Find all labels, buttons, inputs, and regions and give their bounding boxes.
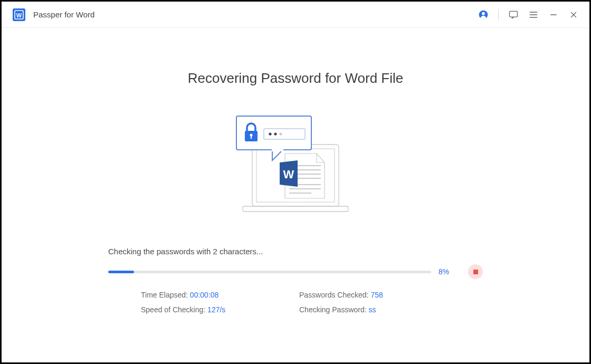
progress-row: 8%: [108, 264, 483, 279]
checking-password-label: Checking Password:: [299, 305, 369, 314]
titlebar-left: W Passper for Word: [12, 8, 94, 22]
progress-percent: 8%: [439, 267, 454, 276]
status-text: Checking the passwords with 2 characters…: [108, 247, 483, 256]
stop-button[interactable]: [468, 264, 483, 279]
close-icon[interactable]: [568, 9, 579, 20]
progress-section: Checking the passwords with 2 characters…: [108, 247, 483, 314]
svg-point-33: [279, 132, 282, 135]
feedback-icon[interactable]: [508, 9, 519, 20]
stat-passwords-checked: Passwords Checked: 758: [299, 291, 383, 299]
app-title: Passper for Word: [33, 10, 94, 19]
stats-left-col: Time Elapsed: 00:00:08 Speed of Checking…: [141, 291, 299, 314]
page-heading: Recovering Password for Word File: [188, 70, 403, 87]
stat-speed: Speed of Checking: 127/s: [141, 305, 299, 314]
svg-rect-5: [510, 11, 518, 17]
svg-point-4: [482, 12, 485, 15]
svg-text:W: W: [283, 168, 294, 181]
main-content: Recovering Password for Word File: [2, 28, 589, 362]
app-logo-icon: W: [12, 8, 26, 22]
time-elapsed-label: Time Elapsed:: [141, 291, 190, 299]
speed-label: Speed of Checking:: [141, 305, 207, 314]
minimize-icon[interactable]: [548, 9, 559, 20]
passwords-checked-label: Passwords Checked:: [299, 291, 370, 299]
time-elapsed-value: 00:00:08: [190, 291, 219, 299]
svg-rect-25: [272, 148, 283, 151]
svg-rect-12: [243, 206, 348, 212]
recovery-illustration: W: [227, 114, 364, 214]
svg-point-32: [274, 132, 277, 135]
divider: [498, 9, 499, 21]
checking-password-value: ss: [369, 305, 376, 314]
svg-point-31: [269, 132, 271, 135]
stats: Time Elapsed: 00:00:08 Speed of Checking…: [108, 291, 483, 314]
stop-icon: [473, 270, 478, 274]
titlebar-right: [478, 9, 579, 21]
account-icon[interactable]: [478, 9, 489, 20]
stats-right-col: Passwords Checked: 758 Checking Password…: [299, 291, 383, 314]
titlebar: W Passper for Word: [2, 2, 589, 28]
svg-text:W: W: [16, 12, 22, 18]
passwords-checked-value: 758: [370, 291, 383, 299]
speed-value: 127/s: [207, 305, 225, 314]
app-window: W Passper for Word: [0, 0, 591, 364]
menu-icon[interactable]: [528, 9, 539, 20]
progress-fill: [108, 271, 134, 273]
stat-time-elapsed: Time Elapsed: 00:00:08: [141, 291, 299, 299]
progress-bar: [108, 271, 431, 273]
stat-checking-password: Checking Password: ss: [299, 305, 383, 314]
